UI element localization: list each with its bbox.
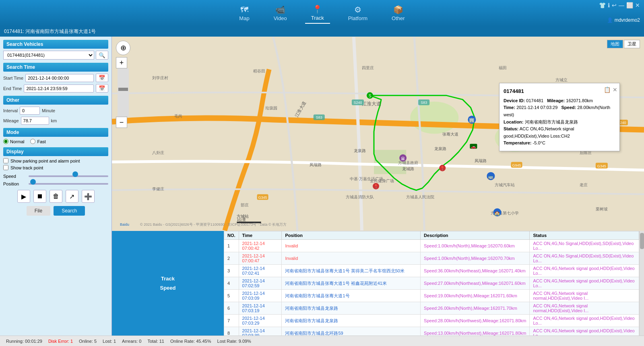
- maximize-icon[interactable]: ⬜: [626, 2, 633, 8]
- zoom-slider[interactable]: [118, 68, 129, 117]
- display-section: Display Show parking point and alarm poi…: [3, 147, 108, 170]
- map-navigation-controls: ⊕ + −: [116, 41, 130, 128]
- svg-text:🚗: 🚗: [471, 144, 476, 149]
- show-parking-checkbox[interactable]: [3, 158, 8, 163]
- cell-no: 2: [224, 252, 239, 265]
- other-header: Other: [3, 96, 108, 105]
- nav-item-map[interactable]: 🗺 Map: [233, 3, 255, 23]
- refresh-icon: ↩: [612, 2, 617, 8]
- nav-item-track[interactable]: 📍 Track: [305, 2, 330, 24]
- export-button[interactable]: ↗: [66, 190, 78, 203]
- platform-icon: ⚙: [354, 5, 361, 14]
- position-slider-label: Position: [3, 181, 25, 186]
- track-icon: 📍: [312, 4, 322, 14]
- table-row[interactable]: 8 2021-12-14 07:03:39 河南省南阳市方城县北环路59 Spe…: [224, 327, 639, 336]
- mileage-row: Mileage km: [3, 117, 108, 125]
- zoom-slider-thumb[interactable]: [118, 88, 128, 91]
- nav-item-video[interactable]: 📹 Video: [268, 3, 293, 23]
- svg-text:🚌: 🚌: [488, 174, 493, 179]
- nav-item-platform[interactable]: ⚙ Platform: [342, 3, 374, 23]
- cell-no: 6: [224, 302, 239, 315]
- file-button[interactable]: File: [27, 206, 50, 216]
- play-button[interactable]: ▶: [17, 190, 30, 203]
- show-parking-label: Show parking point and alarm point: [10, 159, 80, 163]
- table-scrollbar[interactable]: [639, 231, 644, 336]
- other-icon: 📦: [393, 5, 403, 14]
- table-row[interactable]: 2 2021-12-14 07:00:47 Invalid Speed:1.00…: [224, 252, 639, 265]
- cell-status: ACC ON,4G,Network signal good,HDD(Exist)…: [530, 315, 639, 327]
- end-time-input[interactable]: [24, 84, 94, 93]
- cell-time: 2021-12-14 07:00:47: [239, 252, 282, 265]
- svg-text:S83: S83: [421, 101, 427, 105]
- cell-status: ACC ON,4G,Network signal good,HDD(Exist)…: [530, 327, 639, 336]
- start-time-row: Start Time 📅: [3, 74, 108, 82]
- start-time-label: Start Time: [3, 76, 23, 80]
- left-panel: Search Vehicles 0174481(0174481) 🔍 Searc…: [0, 37, 112, 336]
- table-row[interactable]: 4 2021-12-14 07:02:59 河南省南阳市方城县张骞大道1号 裕鑫…: [224, 277, 639, 290]
- cell-position: Invalid: [282, 252, 421, 265]
- svg-text:方城县人民法院: 方城县人民法院: [406, 195, 434, 199]
- start-time-picker[interactable]: 📅: [96, 74, 108, 82]
- vehicle-select[interactable]: 0174481(0174481): [3, 51, 94, 60]
- cell-status: ACC ON,4G,Network signal good,HDD(Exist)…: [530, 277, 639, 290]
- vehicle-search-button[interactable]: 🔍: [96, 51, 108, 60]
- end-time-row: End Time 📅: [3, 84, 108, 93]
- speed-slider-row: Speed: [3, 173, 108, 179]
- cell-status: ACC ON,4G,Network signal normal,HDD(Exis…: [530, 290, 639, 302]
- show-track-row: Show track point: [3, 165, 108, 170]
- track-label: Track Speed: [112, 231, 224, 336]
- satellite-view-btn[interactable]: 卫星: [624, 40, 640, 48]
- normal-radio[interactable]: [3, 139, 8, 144]
- cell-position: 河南省南阳市方城县张骞大道1号 英得美二手名车馆西北50米: [282, 265, 421, 277]
- search-time-section: Search Time Start Time 📅 End Time 📅: [3, 63, 108, 93]
- scrollbar-thumb[interactable]: [640, 233, 644, 249]
- end-time-picker[interactable]: 📅: [96, 84, 108, 93]
- footer-running: Running: 00:01:29: [6, 339, 42, 344]
- show-track-checkbox[interactable]: [3, 165, 8, 170]
- footer-arrears: Arrears: 0: [122, 339, 141, 344]
- cell-no: 8: [224, 327, 239, 336]
- speed-thumb[interactable]: [72, 171, 78, 177]
- cell-status: ACC ON,4G,Network signal good,HDD(Exist)…: [530, 265, 639, 277]
- compass-button[interactable]: ⊕: [116, 41, 130, 55]
- zoom-in-button[interactable]: +: [116, 57, 127, 68]
- close-icon[interactable]: ✕: [635, 2, 640, 8]
- search-vehicles-section: Search Vehicles 0174481(0174481) 🔍: [3, 40, 108, 60]
- svg-text:© 2021 Baidu - GS(2021)6026号 -: © 2021 Baidu - GS(2021)6026号 - 甲测资字11009…: [140, 222, 287, 227]
- delete-button[interactable]: 🗑: [50, 190, 62, 203]
- cell-no: 3: [224, 265, 239, 277]
- table-row[interactable]: 5 2021-12-14 07:03:09 河南省南阳市方城县张骞大道1号 Sp…: [224, 290, 639, 302]
- svg-text:方城县消防大队: 方城县消防大队: [346, 195, 374, 199]
- nav-map-label: Map: [239, 15, 249, 21]
- table-row[interactable]: 1 2021-12-14 07:00:42 Invalid Speed:1.00…: [224, 240, 639, 252]
- footer-total: Total: 11: [147, 339, 164, 344]
- footer-lost: Lost: 1: [103, 339, 116, 344]
- search-button[interactable]: Search: [54, 206, 85, 216]
- svg-point-2: [410, 101, 458, 134]
- map-view-btn[interactable]: 地图: [607, 40, 623, 48]
- cell-time: 2021-12-14 07:03:29: [239, 315, 282, 327]
- cell-no: 4: [224, 277, 239, 290]
- mileage-input[interactable]: [21, 117, 49, 125]
- table-row[interactable]: 6 2021-12-14 07:03:19 河南省南阳市方城县龙泉路 Speed…: [224, 302, 639, 315]
- minimize-icon[interactable]: —: [619, 2, 624, 8]
- stop-button[interactable]: ⏹: [33, 190, 46, 203]
- table-row[interactable]: 3 2021-12-14 07:02:41 河南省南阳市方城县张骞大道1号 英得…: [224, 265, 639, 277]
- tooltip-close-icon[interactable]: ✕: [613, 85, 617, 94]
- cell-time: 2021-12-14 07:02:41: [239, 265, 282, 277]
- fast-radio[interactable]: [30, 139, 35, 144]
- start-time-input[interactable]: [25, 74, 94, 82]
- track-data-table: NO. Time Position Description Status 1 2…: [224, 231, 639, 336]
- zoom-out-button[interactable]: −: [116, 117, 127, 128]
- nav-item-other[interactable]: 📦 Other: [386, 3, 411, 23]
- cell-position: Invalid: [282, 240, 421, 252]
- add-button[interactable]: ➕: [82, 190, 95, 203]
- data-table-container[interactable]: NO. Time Position Description Status 1 2…: [224, 231, 639, 336]
- table-row[interactable]: 7 2021-12-14 07:03:29 河南省南阳市方城县龙泉路 Speed…: [224, 315, 639, 327]
- normal-label: Normal: [10, 139, 24, 144]
- interval-input[interactable]: [20, 107, 40, 115]
- position-thumb[interactable]: [30, 179, 36, 185]
- tooltip-copy-icon[interactable]: 📋: [604, 85, 611, 94]
- svg-text:稻谷田: 稻谷田: [253, 69, 265, 73]
- minute-label: Minute: [42, 108, 55, 113]
